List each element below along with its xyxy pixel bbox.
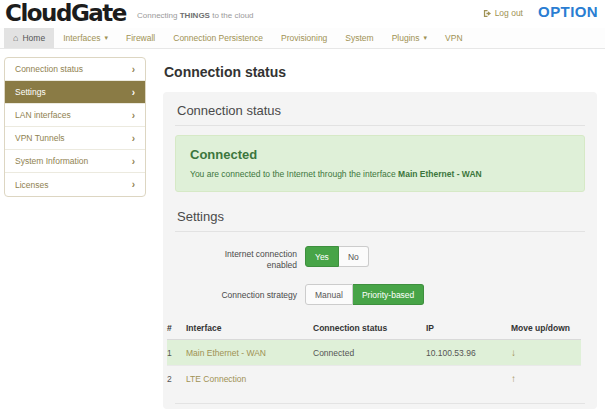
nav-item-system[interactable]: System	[336, 28, 382, 48]
chevron-right-icon: ›	[132, 110, 135, 121]
nav-label: System	[345, 33, 373, 43]
form-divider	[175, 403, 585, 404]
internet-enabled-row: Internet connection enabled Yes No	[175, 246, 585, 271]
row-ip: 10.100.53.96	[426, 340, 511, 366]
nav-item-vpn[interactable]: VPN	[436, 28, 471, 48]
tagline-prefix: Connecting	[137, 11, 177, 20]
row-num: 2	[167, 366, 186, 392]
tagline-suffix: to the cloud	[212, 11, 253, 20]
sidebar-item-label: Licenses	[15, 180, 49, 190]
nav-item-plugins[interactable]: Plugins ▾	[383, 28, 436, 48]
chevron-down-icon: ▾	[424, 34, 428, 42]
alert-message-prefix: You are connected to the Internet throug…	[190, 169, 396, 179]
nav-label: Home	[22, 33, 45, 43]
alert-title: Connected	[190, 147, 570, 162]
row-status	[313, 366, 426, 392]
sidebar-item-label: LAN interfaces	[15, 110, 71, 120]
logout-label: Log out	[495, 8, 523, 18]
chevron-right-icon: ›	[132, 64, 135, 75]
sidebar-item-vpn-tunnels[interactable]: VPN Tunnels ›	[5, 127, 145, 150]
nav-label: Provisioning	[281, 33, 327, 43]
sidebar-item-connection-status[interactable]: Connection status ›	[5, 58, 145, 81]
alert-interface-name: Main Ethernet - WAN	[398, 169, 482, 179]
chevron-right-icon: ›	[132, 156, 135, 167]
sidebar-item-system-information[interactable]: System Information ›	[5, 150, 145, 173]
sidebar-item-label: Settings	[15, 87, 46, 97]
nav-label: Interfaces	[63, 33, 100, 43]
section-header-connection-status: Connection status	[175, 92, 585, 126]
nav-label: Connection Persistence	[173, 33, 263, 43]
col-header-move: Move up/down	[511, 319, 581, 340]
interface-link[interactable]: LTE Connection	[186, 366, 313, 392]
col-header-num: #	[167, 319, 186, 340]
sidebar-item-settings[interactable]: Settings ›	[5, 81, 145, 104]
internet-enabled-label: Internet connection enabled	[175, 246, 305, 271]
connection-strategy-toggle: Manual Priority-based	[305, 284, 424, 305]
home-icon: ⌂	[13, 33, 18, 43]
nav-item-firewall[interactable]: Firewall	[117, 28, 164, 48]
row-ip	[426, 366, 511, 392]
connection-strategy-row: Connection strategy Manual Priority-base…	[175, 284, 585, 305]
sidebar-item-label: System Information	[15, 156, 88, 166]
nav-label: VPN	[445, 33, 462, 43]
sidebar-item-lan-interfaces[interactable]: LAN interfaces ›	[5, 104, 145, 127]
move-up-icon[interactable]: ↑	[511, 366, 581, 392]
manual-button[interactable]: Manual	[305, 284, 353, 305]
move-down-icon[interactable]: ↓	[511, 340, 581, 366]
interfaces-table: # Interface Connection status IP Move up…	[167, 319, 581, 391]
tagline-bold: THINGS	[180, 11, 210, 20]
cloudgate-logo: CloudGate	[5, 0, 126, 26]
nav-item-provisioning[interactable]: Provisioning	[272, 28, 336, 48]
nav-label: Firewall	[126, 33, 155, 43]
label-line2: enabled	[267, 260, 297, 270]
row-num: 1	[167, 340, 186, 366]
content-panel: Connection status Connected You are conn…	[163, 92, 597, 409]
section-header-settings: Settings	[175, 198, 585, 232]
alert-message: You are connected to the Internet throug…	[190, 169, 570, 179]
table-row: 2 LTE Connection ↑	[167, 366, 581, 392]
logout-icon	[483, 9, 492, 18]
nav-item-home[interactable]: ⌂ Home	[4, 28, 54, 48]
sidebar: Connection status › Settings › LAN inter…	[4, 57, 146, 197]
label-line1: Internet connection	[225, 249, 297, 259]
tagline: Connecting THINGS to the cloud	[137, 11, 254, 20]
chevron-right-icon: ›	[132, 133, 135, 144]
chevron-down-icon: ▾	[104, 34, 108, 42]
nav-label: Plugins	[392, 33, 420, 43]
page-title: Connection status	[164, 64, 286, 80]
connection-strategy-label: Connection strategy	[175, 284, 305, 301]
table-row: 1 Main Ethernet - WAN Connected 10.100.5…	[167, 340, 581, 366]
option-brand-logo: OPTION	[538, 3, 598, 20]
no-button[interactable]: No	[339, 246, 369, 267]
sidebar-item-label: VPN Tunnels	[15, 133, 65, 143]
row-status: Connected	[313, 340, 426, 366]
col-header-interface: Interface	[186, 319, 313, 340]
chevron-right-icon: ›	[132, 87, 135, 98]
main-nav: ⌂ Home Interfaces ▾ Firewall Connection …	[0, 28, 605, 49]
internet-enabled-toggle: Yes No	[305, 246, 369, 267]
chevron-right-icon: ›	[132, 179, 135, 190]
nav-item-interfaces[interactable]: Interfaces ▾	[54, 28, 117, 48]
nav-item-connection-persistence[interactable]: Connection Persistence	[164, 28, 272, 48]
sidebar-item-licenses[interactable]: Licenses ›	[5, 173, 145, 196]
table-header-row: # Interface Connection status IP Move up…	[167, 319, 581, 340]
interface-link[interactable]: Main Ethernet - WAN	[186, 340, 313, 366]
yes-button[interactable]: Yes	[305, 246, 339, 267]
priority-based-button[interactable]: Priority-based	[353, 284, 424, 305]
logout-button[interactable]: Log out	[483, 8, 523, 18]
top-bar: CloudGate Connecting THINGS to the cloud…	[0, 0, 605, 28]
col-header-connection-status: Connection status	[313, 319, 426, 340]
connected-alert: Connected You are connected to the Inter…	[175, 135, 585, 192]
sidebar-item-label: Connection status	[15, 64, 83, 74]
col-header-ip: IP	[426, 319, 511, 340]
